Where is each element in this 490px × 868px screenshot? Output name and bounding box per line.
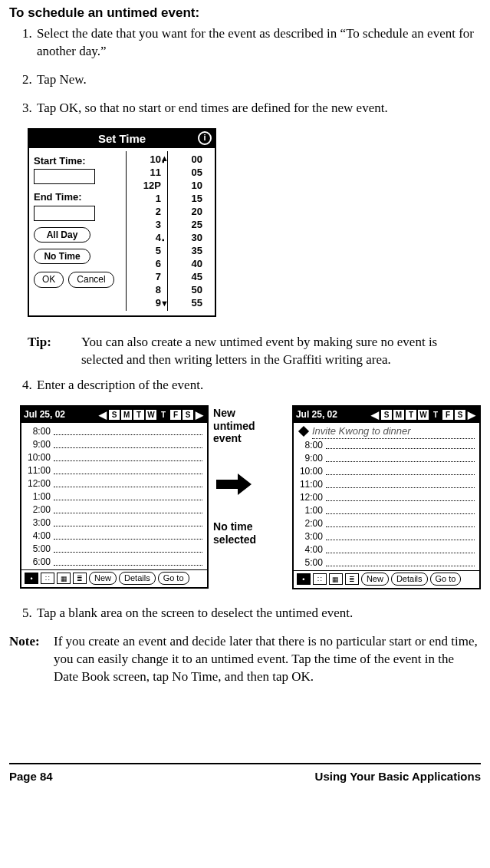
minute-picker: 00 05 10 15 20 25 30 35 40 45 50 55 bbox=[167, 151, 209, 311]
end-time-label: End Time: bbox=[34, 190, 126, 204]
note-label: Note: bbox=[9, 633, 54, 686]
day-cell-selected: T bbox=[429, 409, 442, 421]
annotation-no-time: selected bbox=[213, 533, 256, 546]
minute-option: 30 bbox=[168, 231, 202, 244]
details-button: Details bbox=[391, 573, 428, 586]
dialog-title-bar: Set Time i bbox=[29, 130, 215, 148]
figure-annotations: New untimed event No time selected bbox=[213, 405, 288, 574]
day-cell: S bbox=[182, 409, 194, 421]
time-label: 3:00 bbox=[297, 530, 326, 543]
day-cell: T bbox=[133, 409, 145, 421]
prev-week-icon: ◀ bbox=[97, 408, 108, 422]
step-3: Tap OK, so that no start or end times ar… bbox=[35, 100, 481, 117]
step-1: Select the date that you want for the ev… bbox=[35, 25, 481, 61]
hour-option: 3 bbox=[127, 218, 161, 231]
minute-option: 45 bbox=[168, 270, 202, 283]
details-button: Details bbox=[119, 572, 156, 585]
minute-option: 00 bbox=[168, 153, 202, 166]
time-label: 4:00 bbox=[297, 543, 326, 556]
page-number: Page 84 bbox=[9, 769, 53, 784]
hour-option: 6 bbox=[127, 257, 161, 270]
minute-option: 35 bbox=[168, 244, 202, 257]
annotation-new-untimed: untimed bbox=[213, 420, 255, 433]
time-label: 6:00 bbox=[25, 556, 54, 568]
goto-button: Go to bbox=[158, 572, 189, 585]
minute-option: 50 bbox=[168, 283, 202, 296]
time-label: 4:00 bbox=[25, 530, 54, 542]
note-block: Note: If you create an event and decide … bbox=[9, 633, 481, 686]
time-label: 2:00 bbox=[297, 517, 326, 530]
figure-compare: Jul 25, 02 ◀ S M T W T F S ▶ 8:00 9:00 1… bbox=[20, 405, 481, 589]
next-week-icon: ▶ bbox=[194, 408, 205, 422]
arrow-right-icon bbox=[216, 476, 252, 493]
hour-option: 10 bbox=[127, 153, 161, 166]
time-label: 9:00 bbox=[25, 438, 54, 451]
day-cell: W bbox=[145, 409, 157, 421]
day-cell: S bbox=[380, 409, 393, 421]
cancel-button: Cancel bbox=[68, 272, 113, 287]
cal-date: Jul 25, 02 bbox=[24, 408, 65, 421]
figure-set-time: Set Time i Start Time: End Time: All Day… bbox=[28, 128, 481, 317]
time-label: 10:00 bbox=[25, 451, 54, 464]
step-list-cont: Enter a description of the event. bbox=[9, 377, 481, 394]
time-label: 10:00 bbox=[297, 465, 326, 477]
new-button: New bbox=[89, 572, 117, 585]
time-label: 1:00 bbox=[25, 490, 54, 503]
calendar-before: Jul 25, 02 ◀ S M T W T F S ▶ 8:00 9:00 1… bbox=[20, 405, 209, 589]
dialog-title: Set Time bbox=[98, 132, 146, 145]
hour-option: 8 bbox=[127, 283, 161, 296]
hour-option: 1 bbox=[127, 192, 161, 205]
time-label: 12:00 bbox=[25, 477, 54, 490]
section-heading: To schedule an untimed event: bbox=[9, 5, 481, 22]
no-time-button: No Time bbox=[34, 249, 90, 264]
day-cell: M bbox=[120, 409, 133, 421]
hour-option: 2 bbox=[127, 205, 161, 218]
day-cell: S bbox=[108, 409, 120, 421]
start-time-label: Start Time: bbox=[34, 154, 126, 168]
time-label: 11:00 bbox=[25, 464, 54, 477]
minute-option: 40 bbox=[168, 257, 202, 270]
info-icon: i bbox=[198, 131, 212, 145]
hour-option: 11 bbox=[127, 166, 161, 179]
page-footer: Page 84 Using Your Basic Applications bbox=[9, 763, 481, 795]
all-day-button: All Day bbox=[34, 227, 90, 243]
untimed-event-row: Invite Kwong to dinner bbox=[297, 424, 475, 438]
view-day-icon: • bbox=[25, 573, 38, 584]
next-week-icon: ▶ bbox=[466, 408, 477, 422]
day-cell: M bbox=[393, 409, 405, 421]
day-selector: ◀ S M T W T F S ▶ bbox=[370, 408, 477, 422]
time-label: 8:00 bbox=[297, 439, 326, 451]
time-label: 2:00 bbox=[25, 503, 54, 516]
annotation-new-untimed: New bbox=[213, 407, 255, 420]
time-label: 5:00 bbox=[297, 556, 326, 569]
time-label: 3:00 bbox=[25, 517, 54, 529]
untimed-event-text: Invite Kwong to dinner bbox=[312, 424, 475, 440]
step-4: Enter a description of the event. bbox=[35, 377, 481, 394]
hour-option: 9 bbox=[127, 296, 161, 309]
time-label: 9:00 bbox=[297, 452, 326, 464]
new-button: New bbox=[361, 573, 389, 586]
chapter-title: Using Your Basic Applications bbox=[315, 769, 481, 784]
tip-label: Tip: bbox=[28, 334, 81, 369]
step-list-end: Tap a blank area on the screen to desele… bbox=[9, 605, 481, 622]
step-2: Tap New. bbox=[35, 71, 481, 89]
time-label: 5:00 bbox=[25, 543, 54, 555]
calendar-after: Jul 25, 02 ◀ S M T W T F S ▶ Invite Kwon… bbox=[292, 405, 481, 589]
view-month-icon: ▦ bbox=[57, 573, 71, 584]
time-label: 1:00 bbox=[297, 504, 326, 517]
view-month-icon: ▦ bbox=[329, 573, 343, 585]
cal-date: Jul 25, 02 bbox=[296, 408, 337, 421]
view-week-icon: ∷ bbox=[41, 573, 54, 584]
start-time-field bbox=[34, 169, 95, 184]
time-label: 11:00 bbox=[297, 478, 326, 490]
day-selector: ◀ S M T W T F S ▶ bbox=[97, 408, 205, 422]
day-cell: T bbox=[405, 409, 417, 421]
annotation-new-untimed: event bbox=[213, 432, 255, 445]
hour-option: 5 bbox=[127, 244, 161, 257]
note-body: If you create an event and decide later … bbox=[54, 633, 481, 686]
view-agenda-icon: ≣ bbox=[345, 573, 359, 585]
annotation-no-time: No time bbox=[213, 520, 256, 533]
view-day-icon: • bbox=[297, 573, 311, 585]
hour-picker: ▲ 10 11 12P 1 2 3 4 5 6 7 8 9 ▼ bbox=[126, 151, 167, 311]
step-list: Select the date that you want for the ev… bbox=[9, 25, 481, 117]
